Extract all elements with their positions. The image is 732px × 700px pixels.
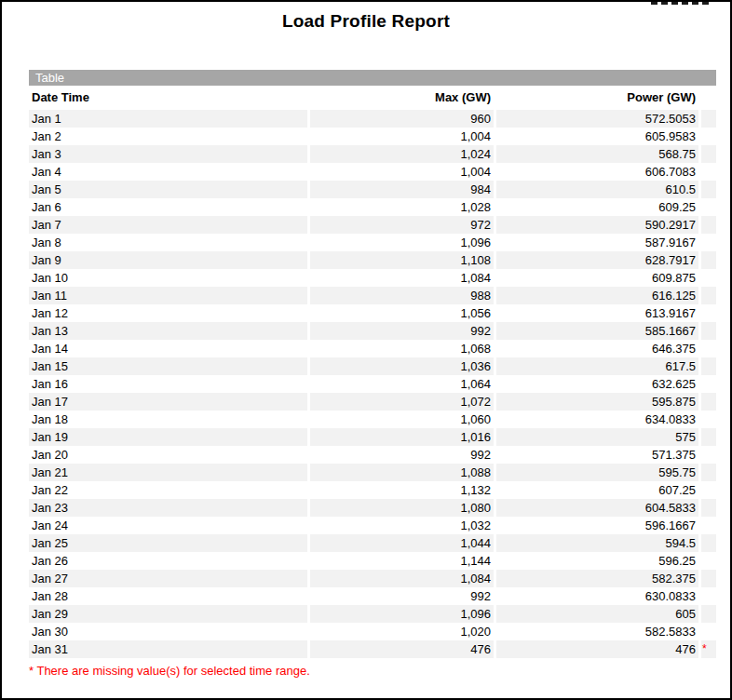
date-time-cell: Jan 8 bbox=[29, 234, 307, 251]
missing-value-flag bbox=[701, 517, 716, 534]
table-row: Jan 21 1,088 595.75 bbox=[29, 464, 716, 481]
date-time-cell: Jan 7 bbox=[29, 216, 307, 234]
missing-value-flag bbox=[701, 163, 716, 181]
table-body: Jan 1 960 572.5053 Jan 2 1,004 605.9583 … bbox=[29, 110, 716, 658]
max-gw-cell: 1,096 bbox=[310, 234, 494, 251]
missing-value-flag bbox=[701, 534, 716, 552]
max-gw-cell: 1,064 bbox=[310, 375, 494, 393]
table-row: Jan 17 1,072 595.875 bbox=[29, 393, 716, 411]
date-time-cell: Jan 16 bbox=[29, 375, 307, 393]
power-gw-cell: 616.125 bbox=[496, 287, 698, 304]
missing-value-flag bbox=[701, 411, 716, 428]
date-time-cell: Jan 27 bbox=[29, 570, 307, 587]
report-content: Table Date Time Max (GW) Power (GW) Jan … bbox=[29, 70, 716, 678]
power-gw-cell: 596.25 bbox=[496, 552, 698, 570]
missing-value-flag bbox=[701, 570, 716, 587]
table-row: Jan 11 988 616.125 bbox=[29, 287, 716, 304]
missing-value-flag bbox=[701, 428, 716, 446]
max-gw-cell: 1,004 bbox=[310, 128, 494, 145]
table-row: Jan 4 1,004 606.7083 bbox=[29, 163, 716, 181]
max-gw-cell: 960 bbox=[310, 110, 494, 128]
missing-value-flag: * bbox=[701, 640, 716, 658]
power-gw-cell: 585.1667 bbox=[496, 322, 698, 340]
power-gw-cell: 595.75 bbox=[496, 464, 698, 481]
table-section-bar: Table bbox=[29, 70, 716, 86]
date-time-cell: Jan 2 bbox=[29, 128, 307, 145]
missing-value-flag bbox=[701, 464, 716, 481]
power-gw-cell: 605.9583 bbox=[496, 128, 698, 145]
missing-value-flag bbox=[701, 340, 716, 357]
date-time-cell: Jan 4 bbox=[29, 163, 307, 181]
power-gw-cell: 594.5 bbox=[496, 534, 698, 552]
power-gw-cell: 606.7083 bbox=[496, 163, 698, 181]
missing-value-flag bbox=[701, 623, 716, 640]
power-gw-cell: 571.375 bbox=[496, 446, 698, 464]
table-row: Jan 27 1,084 582.375 bbox=[29, 570, 716, 587]
max-gw-cell: 1,056 bbox=[310, 304, 494, 322]
missing-value-flag bbox=[701, 287, 716, 304]
max-gw-cell: 1,080 bbox=[310, 499, 494, 517]
table-row: Jan 16 1,064 632.625 bbox=[29, 375, 716, 393]
table-row: Jan 10 1,084 609.875 bbox=[29, 269, 716, 287]
date-time-cell: Jan 21 bbox=[29, 464, 307, 481]
date-time-cell: Jan 29 bbox=[29, 605, 307, 623]
table-section-label: Table bbox=[35, 71, 64, 85]
power-gw-cell: 646.375 bbox=[496, 340, 698, 357]
power-gw-cell: 617.5 bbox=[496, 357, 698, 375]
max-gw-cell: 1,024 bbox=[310, 145, 494, 163]
date-time-cell: Jan 17 bbox=[29, 393, 307, 411]
power-gw-cell: 590.2917 bbox=[496, 216, 698, 234]
power-gw-cell: 609.875 bbox=[496, 269, 698, 287]
date-time-cell: Jan 25 bbox=[29, 534, 307, 552]
power-gw-cell: 604.5833 bbox=[496, 499, 698, 517]
max-gw-cell: 1,036 bbox=[310, 357, 494, 375]
power-gw-cell: 609.25 bbox=[496, 198, 698, 216]
max-gw-cell: 476 bbox=[310, 640, 494, 658]
date-time-cell: Jan 20 bbox=[29, 446, 307, 464]
max-gw-cell: 1,108 bbox=[310, 251, 494, 269]
power-gw-cell: 568.75 bbox=[496, 145, 698, 163]
missing-value-flag bbox=[701, 216, 716, 234]
table-row: Jan 6 1,028 609.25 bbox=[29, 198, 716, 216]
missing-value-flag bbox=[701, 393, 716, 411]
max-gw-cell: 1,088 bbox=[310, 464, 494, 481]
max-gw-cell: 1,096 bbox=[310, 605, 494, 623]
missing-value-flag bbox=[701, 552, 716, 570]
power-gw-cell: 572.5053 bbox=[496, 110, 698, 128]
power-gw-cell: 587.9167 bbox=[496, 234, 698, 251]
load-profile-table: Date Time Max (GW) Power (GW) Jan 1 960 … bbox=[29, 86, 716, 658]
max-gw-cell: 992 bbox=[310, 587, 494, 605]
missing-value-flag bbox=[701, 499, 716, 517]
date-time-cell: Jan 9 bbox=[29, 251, 307, 269]
table-row: Jan 14 1,068 646.375 bbox=[29, 340, 716, 357]
max-gw-cell: 988 bbox=[310, 287, 494, 304]
missing-value-flag bbox=[701, 304, 716, 322]
power-gw-cell: 595.875 bbox=[496, 393, 698, 411]
missing-value-flag bbox=[701, 357, 716, 375]
max-gw-cell: 1,072 bbox=[310, 393, 494, 411]
missing-value-flag bbox=[701, 251, 716, 269]
table-row: Jan 7 972 590.2917 bbox=[29, 216, 716, 234]
missing-value-flag bbox=[701, 181, 716, 198]
max-gw-cell: 1,084 bbox=[310, 570, 494, 587]
power-gw-cell: 582.5833 bbox=[496, 623, 698, 640]
page-title: Load Profile Report bbox=[2, 11, 730, 32]
power-gw-cell: 628.7917 bbox=[496, 251, 698, 269]
power-gw-cell: 605 bbox=[496, 605, 698, 623]
power-gw-cell: 582.375 bbox=[496, 570, 698, 587]
date-time-cell: Jan 26 bbox=[29, 552, 307, 570]
table-row: Jan 20 992 571.375 bbox=[29, 446, 716, 464]
max-gw-cell: 992 bbox=[310, 446, 494, 464]
power-gw-cell: 630.0833 bbox=[496, 587, 698, 605]
missing-value-flag bbox=[701, 322, 716, 340]
max-gw-cell: 1,084 bbox=[310, 269, 494, 287]
table-row: Jan 30 1,020 582.5833 bbox=[29, 623, 716, 640]
power-gw-cell: 607.25 bbox=[496, 481, 698, 499]
table-row: Jan 23 1,080 604.5833 bbox=[29, 499, 716, 517]
table-row: Jan 5 984 610.5 bbox=[29, 181, 716, 198]
max-gw-cell: 1,016 bbox=[310, 428, 494, 446]
max-gw-cell: 972 bbox=[310, 216, 494, 234]
missing-values-footnote: * There are missing value(s) for selecte… bbox=[29, 664, 716, 678]
table-row: Jan 25 1,044 594.5 bbox=[29, 534, 716, 552]
date-time-cell: Jan 28 bbox=[29, 587, 307, 605]
